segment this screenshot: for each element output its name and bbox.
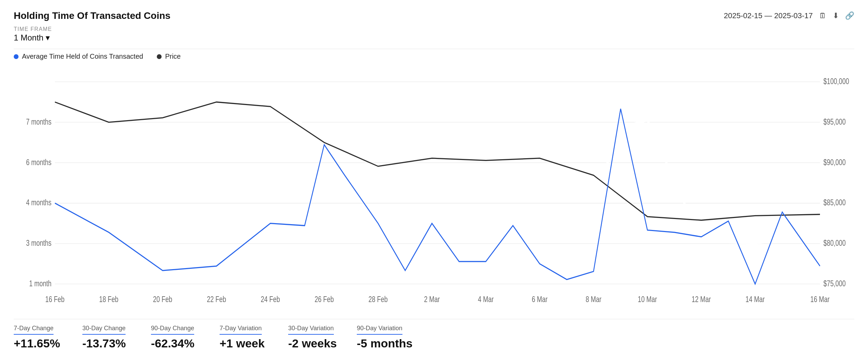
stat-30day-variation: 30-Day Variation -2 weeks bbox=[288, 325, 357, 350]
svg-text:24 Feb: 24 Feb bbox=[261, 295, 280, 303]
chart-area: 7 months 6 months 4 months 3 months 1 mo… bbox=[14, 64, 854, 315]
stat-30day-change: 30-Day Change -13.73% bbox=[82, 325, 151, 350]
svg-text:8 Mar: 8 Mar bbox=[586, 295, 601, 303]
legend-avg-time: Average Time Held of Coins Transacted bbox=[14, 53, 143, 60]
svg-text:10 Mar: 10 Mar bbox=[638, 295, 657, 303]
legend-dot-blue bbox=[14, 54, 19, 59]
legend-dot-dark bbox=[157, 54, 162, 59]
chart-legend: Average Time Held of Coins Transacted Pr… bbox=[14, 53, 854, 60]
page-title: Holding Time Of Transacted Coins bbox=[14, 10, 171, 21]
svg-text:16 Mar: 16 Mar bbox=[810, 295, 830, 303]
svg-text:28 Feb: 28 Feb bbox=[368, 295, 388, 303]
stat-value-30day-variation: -2 weeks bbox=[288, 337, 343, 350]
svg-text:$85,000: $85,000 bbox=[823, 198, 846, 207]
svg-text:3 months: 3 months bbox=[26, 239, 51, 247]
timeframe-selector[interactable]: 1 Month ▾ bbox=[14, 33, 854, 43]
svg-text:$100,000: $100,000 bbox=[823, 77, 849, 86]
stat-90day-variation: 90-Day Variation -5 months bbox=[357, 325, 426, 350]
svg-text:20 Feb: 20 Feb bbox=[153, 295, 172, 303]
stat-value-90day-variation: -5 months bbox=[357, 337, 412, 350]
stat-label-7day-change: 7-Day Change bbox=[14, 325, 54, 335]
svg-text:14 Mar: 14 Mar bbox=[746, 295, 765, 303]
timeframe-label: TIME FRAME bbox=[14, 26, 854, 32]
svg-text:$80,000: $80,000 bbox=[823, 239, 846, 247]
svg-text:6 months: 6 months bbox=[26, 158, 51, 166]
svg-text:18 Feb: 18 Feb bbox=[99, 295, 118, 303]
stat-7day-change: 7-Day Change +11.65% bbox=[14, 325, 82, 350]
calendar-icon[interactable]: 🗓 bbox=[819, 11, 826, 20]
svg-text:22 Feb: 22 Feb bbox=[207, 295, 226, 303]
svg-text:16 Feb: 16 Feb bbox=[45, 295, 64, 303]
svg-text:4 months: 4 months bbox=[26, 198, 51, 207]
stat-label-90day-variation: 90-Day Variation bbox=[357, 325, 402, 335]
stat-label-30day-change: 30-Day Change bbox=[82, 325, 126, 335]
svg-text:$90,000: $90,000 bbox=[823, 158, 846, 166]
stat-90day-change: 90-Day Change -62.34% bbox=[151, 325, 220, 350]
svg-text:12 Mar: 12 Mar bbox=[692, 295, 711, 303]
svg-text:7 months: 7 months bbox=[26, 117, 51, 126]
stat-label-7day-variation: 7-Day Variation bbox=[220, 325, 262, 335]
stat-label-30day-variation: 30-Day Variation bbox=[288, 325, 334, 335]
svg-text:2 Mar: 2 Mar bbox=[424, 295, 440, 303]
link-icon[interactable]: 🔗 bbox=[845, 11, 854, 20]
svg-text:26 Feb: 26 Feb bbox=[315, 295, 334, 303]
stats-row: 7-Day Change +11.65% 30-Day Change -13.7… bbox=[14, 319, 854, 350]
svg-text:4 Mar: 4 Mar bbox=[478, 295, 494, 303]
stat-value-90day-change: -62.34% bbox=[151, 337, 206, 350]
stat-value-7day-change: +11.65% bbox=[14, 337, 69, 350]
stat-label-90day-change: 90-Day Change bbox=[151, 325, 194, 335]
stat-value-30day-change: -13.73% bbox=[82, 337, 137, 350]
chart-svg: 7 months 6 months 4 months 3 months 1 mo… bbox=[14, 64, 854, 315]
svg-text:$95,000: $95,000 bbox=[823, 117, 846, 126]
stat-7day-variation: 7-Day Variation +1 week bbox=[220, 325, 288, 350]
date-range: 2025-02-15 — 2025-03-17 bbox=[724, 11, 813, 20]
stat-value-7day-variation: +1 week bbox=[220, 337, 274, 350]
legend-price: Price bbox=[157, 53, 181, 60]
svg-text:1 month: 1 month bbox=[29, 279, 51, 288]
download-icon[interactable]: ⬇ bbox=[833, 11, 839, 20]
legend-label-avg: Average Time Held of Coins Transacted bbox=[22, 53, 143, 60]
svg-text:6 Mar: 6 Mar bbox=[532, 295, 548, 303]
legend-label-price: Price bbox=[165, 53, 181, 60]
svg-text:$75,000: $75,000 bbox=[823, 279, 846, 288]
